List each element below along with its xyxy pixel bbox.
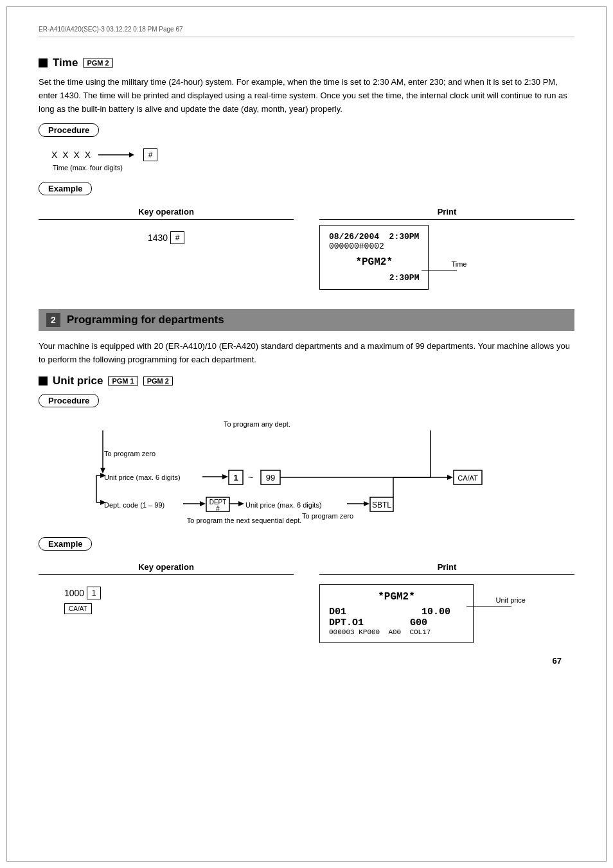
unit-key-value1: 1000 (64, 588, 84, 598)
black-square-icon (39, 58, 48, 67)
print-line-1: 08/26/2004 2:30PM (329, 232, 419, 242)
unit-print-misc: 000003 KP000 A00 COL17 (329, 628, 464, 636)
unit-key1-box: 1 (87, 587, 101, 599)
time-description: Set the time using the military time (24… (39, 76, 574, 116)
to-program-any-label: To program any dept. (224, 420, 290, 428)
page-header: ER-A410/A420(SEC)-3 03.12.22 0:18 PM Pag… (39, 26, 574, 37)
svg-marker-4 (100, 468, 105, 474)
section2-description: Your machine is equipped with 20 (ER-A41… (39, 340, 574, 367)
time-hash-key: # (170, 231, 184, 244)
time-key-op-header: Key operation (39, 207, 294, 220)
svg-marker-24 (238, 501, 244, 506)
unit-print-pgm2: *PGM2* (329, 591, 464, 603)
svg-text:SBTL: SBTL (372, 500, 391, 509)
unit-print-col: Print *PGM2* D01 10.00 DPT.O1 G00 000003… (319, 562, 574, 643)
time-print-box: 08/26/2004 2:30PM 000000#0002 *PGM2* 2:3… (319, 225, 429, 290)
unit-key-op-area: 1000 1 CA/AT (39, 580, 294, 614)
to-program-zero-bot: To program zero (302, 512, 353, 520)
unit-price-heading: Unit price PGM 1 PGM 2 (39, 375, 574, 387)
time-procedure-diagram: X X X X # Time (max. four digits) (51, 148, 574, 172)
unit-print-dpt: DPT.O1 G00 (329, 617, 464, 628)
svg-marker-26 (364, 501, 369, 506)
time-max-digits-label: Time (max. four digits) (53, 164, 574, 172)
time-key-value: 1430 (148, 233, 168, 243)
section2-title: Programming for departments (67, 314, 224, 326)
unit-price-example-columns: Key operation 1000 1 CA/AT Print *PGM2* (39, 562, 574, 643)
time-print-header: Print (319, 207, 574, 220)
time-example-columns: Key operation 1430 # Print 08/26/2004 2:… (39, 207, 574, 290)
to-next-seq-label: To program the next sequential dept. (187, 517, 302, 524)
unit-pgm1-badge: PGM 1 (108, 376, 138, 386)
unit-key-op-col: Key operation 1000 1 CA/AT (39, 562, 294, 643)
unit-print-header: Print (319, 562, 574, 575)
print-time-value: 2:30PM (329, 273, 419, 283)
to-program-zero-top: To program zero (104, 450, 155, 457)
example-label-unit: Example (39, 537, 92, 551)
dept-code-label: Dept. code (1 – 99) (104, 501, 164, 509)
svg-marker-1 (129, 152, 134, 157)
unit-price-top-label: Unit price (max. 6 digits) (104, 474, 181, 481)
unit-caat-box: CA/AT (64, 603, 92, 614)
hash-key-box: # (143, 148, 157, 161)
time-key-op-area: 1430 # (39, 225, 294, 244)
pgm2-badge: PGM 2 (83, 58, 112, 68)
time-print-col: Print 08/26/2004 2:30PM 000000#0002 *PGM… (319, 207, 574, 290)
svg-text:CA/AT: CA/AT (458, 474, 478, 482)
svg-text:~: ~ (248, 472, 253, 483)
time-label: Time (451, 260, 466, 268)
svg-marker-19 (200, 501, 206, 506)
example-label-time: Example (39, 182, 92, 195)
time-key-op-col: Key operation 1430 # (39, 207, 294, 290)
unit-price-indicator: Unit price (496, 596, 526, 604)
unit-price-flow-svg: To program any dept. To program zero Uni… (51, 419, 501, 525)
procedure-label-unit: Procedure (39, 394, 99, 407)
svg-marker-6 (222, 474, 228, 479)
unit-price-diagram: To program any dept. To program zero Uni… (51, 419, 574, 527)
print-line-2: 000000#0002 (329, 242, 419, 251)
header-text: ER-A410/A420(SEC)-3 03.12.22 0:18 PM Pag… (39, 26, 183, 33)
xxxx-text: X X X X (51, 150, 92, 160)
arrow-to-hash (98, 150, 137, 160)
time-title: Time (53, 57, 78, 69)
unit-pgm2-badge: PGM 2 (143, 376, 173, 386)
procedure-label-time: Procedure (39, 123, 99, 137)
svg-text:1: 1 (233, 473, 238, 483)
black-square-icon-2 (39, 376, 48, 385)
print-pgm2: *PGM2* (329, 256, 419, 268)
unit-price-title: Unit price (53, 375, 103, 387)
section2-bar: 2 Programming for departments (39, 309, 574, 331)
unit-key-op-header: Key operation (39, 562, 294, 575)
svg-text:#: # (216, 505, 220, 512)
unit-price-bot-label: Unit price (max. 6 digits) (245, 501, 322, 509)
unit-print-box: *PGM2* D01 10.00 DPT.O1 G00 000003 KP000… (319, 584, 474, 643)
page-number: 67 (39, 656, 574, 666)
svg-text:99: 99 (266, 473, 275, 483)
svg-marker-15 (447, 475, 453, 480)
time-section-heading: Time PGM 2 (39, 57, 574, 69)
section2-number: 2 (46, 313, 60, 327)
unit-print-d01: D01 10.00 (329, 607, 464, 617)
